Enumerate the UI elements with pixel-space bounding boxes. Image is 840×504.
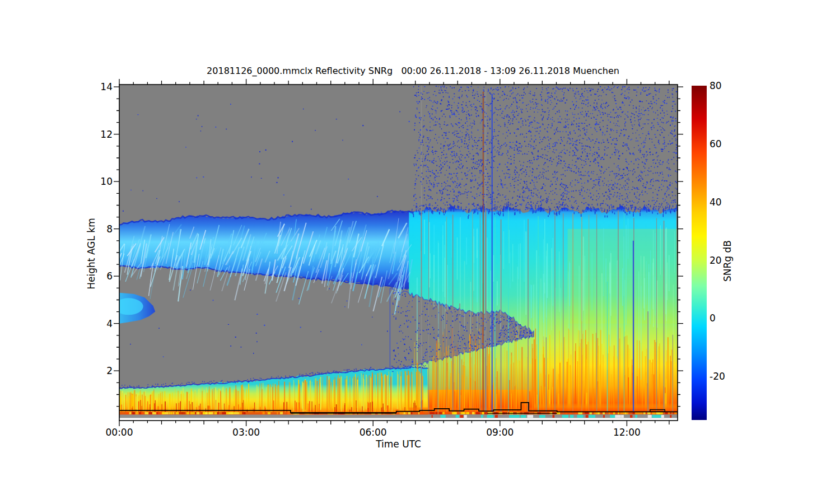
y-tick-label: 8: [106, 223, 113, 235]
x-tick-label: 12:00: [613, 427, 641, 438]
y-tick-label: 2: [106, 365, 113, 376]
plot-title: 20181126_0000.mmclx Reflectivity SNRg 00…: [119, 66, 707, 76]
colorbar-tick-label: 20: [710, 255, 722, 266]
colorbar-gradient: [692, 86, 707, 420]
y-tick-label: 6: [106, 270, 113, 282]
radar-reflectivity-figure: 20181126_0000.mmclx Reflectivity SNRg 00…: [0, 0, 840, 504]
ground-echo-strip: [119, 412, 682, 418]
y-tick-label: 14: [100, 81, 113, 92]
colorbar-tick-label: 40: [710, 197, 722, 208]
x-tick-label: 00:00: [106, 427, 133, 438]
x-tick-label: 06:00: [360, 427, 387, 438]
x-tick-label: 09:00: [486, 427, 514, 438]
colorbar-label: SNRg dB: [722, 240, 733, 282]
colorbar-tick-label: 60: [710, 138, 722, 150]
x-axis-label: Time UTC: [119, 438, 678, 450]
colorbar: 806040200-20: [692, 80, 725, 420]
colorbar-tick-label: 0: [710, 312, 716, 324]
y-tick-label: 4: [106, 318, 113, 329]
colorbar-tick-label: 80: [710, 80, 722, 91]
y-tick-label: 10: [100, 176, 113, 187]
y-axis-label: Height AGL km: [86, 218, 97, 289]
y-tick-label: 12: [100, 129, 113, 140]
x-tick-label: 03:00: [232, 427, 260, 438]
plot-data-area: [113, 85, 682, 418]
colorbar-tick-label: -20: [710, 371, 725, 382]
